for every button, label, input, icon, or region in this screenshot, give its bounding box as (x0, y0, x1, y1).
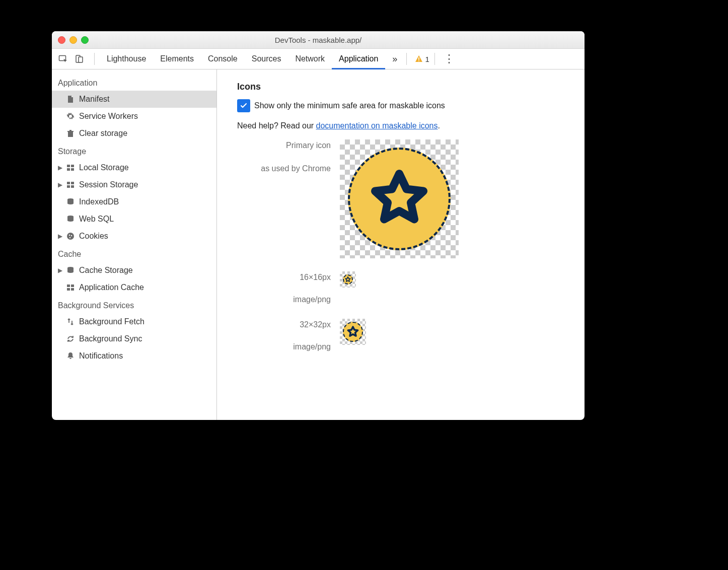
svg-rect-2 (79, 57, 83, 62)
tab-application[interactable]: Application (332, 49, 385, 69)
svg-point-17 (71, 235, 72, 236)
help-prefix: Need help? Read our (237, 121, 316, 130)
sidebar: ApplicationManifestService WorkersClear … (52, 69, 217, 420)
help-suffix: . (438, 121, 440, 130)
check-icon (240, 102, 247, 109)
icon-preview (340, 271, 356, 288)
db-icon (66, 266, 75, 275)
help-text: Need help? Read our documentation on mas… (237, 121, 564, 130)
main-panel: Icons Show only the minimum safe area fo… (217, 69, 585, 420)
svg-rect-11 (67, 185, 70, 188)
file-icon (66, 95, 75, 104)
separator (406, 53, 407, 65)
grid-icon (66, 283, 75, 292)
svg-rect-12 (71, 185, 74, 188)
tab-sources[interactable]: Sources (245, 49, 288, 69)
sidebar-item-label: Notifications (79, 351, 123, 361)
svg-rect-10 (71, 182, 74, 184)
sidebar-item-label: Service Workers (79, 112, 138, 121)
db-icon (66, 197, 75, 206)
grid-icon (66, 163, 75, 172)
sidebar-item-label: Cache Storage (79, 266, 133, 275)
sidebar-item-web-sql[interactable]: Web SQL (52, 210, 216, 228)
sidebar-section-application: Application (52, 74, 216, 91)
sidebar-section-storage: Storage (52, 142, 216, 159)
sidebar-item-label: Manifest (79, 95, 109, 104)
sidebar-item-label: Application Cache (79, 283, 144, 292)
toolbar: Lighthouse Elements Console Sources Netw… (52, 49, 585, 69)
warning-count: 1 (425, 55, 429, 63)
sidebar-item-label: Session Storage (79, 180, 138, 189)
section-title: Icons (237, 82, 564, 92)
svg-rect-21 (71, 284, 74, 287)
grid-icon (66, 180, 75, 189)
safe-area-checkbox[interactable] (237, 99, 250, 112)
sidebar-section-background-services: Background Services (52, 296, 216, 313)
sidebar-item-label: IndexedDB (79, 197, 119, 206)
sidebar-item-label: Web SQL (79, 215, 114, 224)
icon-entry: 16×16pximage/png (237, 271, 564, 306)
separator (94, 53, 95, 65)
menu-icon[interactable]: ⋮ (443, 52, 455, 65)
sidebar-item-label: Background Sync (79, 334, 142, 343)
svg-rect-6 (71, 165, 74, 167)
icon-mime: image/png (237, 294, 331, 306)
chevron-right-icon: ▶ (57, 233, 63, 240)
sidebar-item-background-sync[interactable]: Background Sync (52, 330, 216, 347)
safe-area-checkbox-row: Show only the minimum safe area for mask… (237, 99, 564, 112)
svg-rect-9 (67, 182, 70, 184)
tab-elements[interactable]: Elements (153, 49, 201, 69)
primary-label-2: as used by Chrome (237, 163, 331, 175)
fetch-icon (66, 317, 75, 326)
tab-console[interactable]: Console (201, 49, 245, 69)
primary-label-1: Primary icon (237, 139, 331, 152)
svg-rect-3 (419, 57, 420, 60)
tab-lighthouse[interactable]: Lighthouse (100, 49, 153, 69)
sidebar-item-background-fetch[interactable]: Background Fetch (52, 313, 216, 330)
svg-rect-4 (419, 60, 420, 61)
sidebar-item-manifest[interactable]: Manifest (52, 91, 216, 108)
tab-network[interactable]: Network (288, 49, 332, 69)
sidebar-section-cache: Cache (52, 245, 216, 262)
devtools-window: DevTools - maskable.app/ Lighthouse Elem… (52, 31, 585, 420)
primary-icon-preview (340, 139, 459, 258)
window-title: DevTools - maskable.app/ (52, 36, 585, 44)
sidebar-item-cache-storage[interactable]: ▶Cache Storage (52, 262, 216, 279)
warning-icon (415, 55, 423, 63)
chevron-right-icon: ▶ (57, 181, 63, 188)
inspect-icon[interactable] (57, 53, 69, 65)
icon-size: 16×16px (237, 271, 331, 283)
sidebar-item-indexeddb[interactable]: IndexedDB (52, 193, 216, 210)
sidebar-item-application-cache[interactable]: Application Cache (52, 279, 216, 296)
icon-label: 32×32pximage/png (237, 319, 340, 353)
bell-icon (66, 351, 75, 361)
sidebar-item-clear-storage[interactable]: Clear storage (52, 125, 216, 142)
icon-mime: image/png (237, 341, 331, 353)
svg-point-15 (67, 233, 74, 240)
svg-rect-5 (67, 165, 70, 167)
separator (434, 53, 435, 65)
svg-point-18 (69, 237, 70, 238)
icon-size: 32×32px (237, 319, 331, 331)
more-tabs-icon[interactable]: » (388, 54, 401, 64)
sidebar-item-cookies[interactable]: ▶Cookies (52, 228, 216, 245)
svg-rect-20 (67, 284, 70, 287)
titlebar: DevTools - maskable.app/ (52, 31, 585, 49)
sidebar-item-label: Clear storage (79, 129, 127, 138)
svg-rect-23 (71, 288, 74, 291)
svg-rect-22 (67, 288, 70, 291)
trash-icon (66, 129, 75, 138)
warning-indicator[interactable]: 1 (415, 55, 429, 63)
sidebar-item-service-workers[interactable]: Service Workers (52, 108, 216, 125)
db-icon (66, 215, 75, 224)
sidebar-item-session-storage[interactable]: ▶Session Storage (52, 176, 216, 193)
gear-icon (66, 112, 75, 121)
sidebar-item-notifications[interactable]: Notifications (52, 347, 216, 365)
icon-label: 16×16pximage/png (237, 271, 340, 306)
safe-area-label: Show only the minimum safe area for mask… (254, 101, 445, 110)
sidebar-item-local-storage[interactable]: ▶Local Storage (52, 159, 216, 176)
device-icon[interactable] (73, 53, 85, 65)
help-link[interactable]: documentation on maskable icons (316, 121, 438, 130)
tabs: Lighthouse Elements Console Sources Netw… (100, 49, 385, 69)
svg-rect-8 (71, 168, 74, 171)
